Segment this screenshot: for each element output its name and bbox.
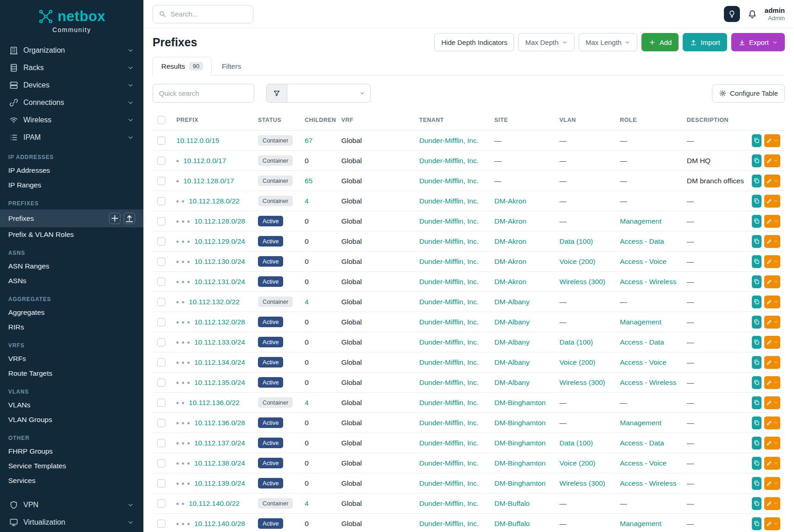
role-link[interactable]: Access - Voice: [620, 459, 667, 467]
row-checkbox[interactable]: [157, 399, 165, 407]
tenant-link[interactable]: Dunder-Mifflin, Inc.: [419, 157, 479, 165]
prefix-link[interactable]: 10.112.130.0/24: [194, 258, 245, 265]
edit-button[interactable]: [764, 417, 780, 429]
hide-depth-indicators-button[interactable]: Hide Depth Indicators: [434, 33, 514, 51]
tenant-link[interactable]: Dunder-Mifflin, Inc.: [419, 338, 479, 346]
vlan-link[interactable]: Data (100): [559, 439, 593, 447]
tab-filters[interactable]: Filters: [214, 58, 249, 75]
edit-button[interactable]: [764, 336, 780, 349]
row-checkbox[interactable]: [157, 439, 165, 447]
tenant-link[interactable]: Dunder-Mifflin, Inc.: [419, 217, 479, 225]
row-checkbox[interactable]: [157, 258, 165, 266]
edit-button[interactable]: [764, 154, 780, 167]
copy-button[interactable]: [752, 316, 761, 329]
search-input[interactable]: [170, 10, 247, 18]
sidebar-item-virtualization[interactable]: Virtualization: [0, 514, 143, 531]
prefix-link[interactable]: 10.112.136.0/22: [189, 399, 240, 406]
copy-button[interactable]: [752, 477, 761, 490]
site-link[interactable]: DM-Akron: [494, 237, 526, 245]
sidebar-item-wireless[interactable]: Wireless: [0, 111, 143, 129]
vlan-link[interactable]: Wireless (300): [559, 479, 605, 487]
row-checkbox[interactable]: [157, 358, 165, 367]
tenant-link[interactable]: Dunder-Mifflin, Inc.: [419, 137, 479, 144]
edit-button[interactable]: [764, 134, 780, 147]
prefix-link[interactable]: 10.112.129.0/24: [194, 237, 245, 245]
prefix-link[interactable]: 10.112.132.0/28: [194, 318, 245, 326]
row-checkbox[interactable]: [157, 298, 165, 306]
role-link[interactable]: Management: [620, 520, 661, 527]
row-checkbox[interactable]: [157, 419, 165, 427]
tab-results[interactable]: Results 90: [153, 57, 212, 76]
copy-button[interactable]: [752, 437, 761, 450]
site-link[interactable]: DM-Albany: [494, 298, 530, 306]
row-checkbox[interactable]: [157, 177, 165, 185]
site-link[interactable]: DM-Akron: [494, 217, 526, 225]
role-link[interactable]: Access - Voice: [620, 358, 667, 366]
user-menu[interactable]: admin Admin: [765, 6, 785, 22]
copy-button[interactable]: [752, 235, 761, 248]
tenant-link[interactable]: Dunder-Mifflin, Inc.: [419, 419, 479, 427]
tenant-link[interactable]: Dunder-Mifflin, Inc.: [419, 258, 479, 265]
children-link[interactable]: 4: [305, 499, 309, 507]
prefix-link[interactable]: 10.112.133.0/24: [194, 338, 245, 346]
edit-button[interactable]: [764, 215, 780, 228]
prefix-link[interactable]: 10.112.136.0/28: [194, 419, 245, 427]
row-checkbox[interactable]: [157, 197, 165, 205]
row-checkbox[interactable]: [157, 499, 165, 508]
tenant-link[interactable]: Dunder-Mifflin, Inc.: [419, 358, 479, 366]
vlan-link[interactable]: Wireless (300): [559, 278, 605, 285]
site-link[interactable]: DM-Akron: [494, 197, 526, 205]
role-link[interactable]: Access - Wireless: [620, 479, 676, 487]
role-link[interactable]: Access - Data: [620, 237, 664, 245]
edit-button[interactable]: [764, 457, 780, 470]
edit-button[interactable]: [764, 296, 780, 308]
site-link[interactable]: DM-Binghamton: [494, 399, 546, 406]
notifications-bell-icon[interactable]: [747, 9, 758, 20]
copy-button[interactable]: [752, 417, 761, 429]
sidebar-item-racks[interactable]: Racks: [0, 59, 143, 77]
prefix-link[interactable]: 10.112.0.0/15: [176, 137, 219, 144]
tenant-link[interactable]: Dunder-Mifflin, Inc.: [419, 459, 479, 467]
row-checkbox[interactable]: [157, 278, 165, 286]
sidebar-item-vrfs[interactable]: VRFs: [0, 351, 143, 366]
brand[interactable]: netbox Community: [0, 0, 143, 35]
edit-button[interactable]: [764, 235, 780, 248]
column-header-prefix[interactable]: PREFIX: [172, 110, 253, 131]
edit-button[interactable]: [764, 255, 780, 268]
tenant-link[interactable]: Dunder-Mifflin, Inc.: [419, 237, 479, 245]
prefix-link[interactable]: 10.112.0.0/17: [183, 157, 226, 165]
children-link[interactable]: 4: [305, 399, 309, 406]
copy-button[interactable]: [752, 457, 761, 470]
prefix-link[interactable]: 10.112.134.0/24: [194, 358, 245, 366]
tenant-link[interactable]: Dunder-Mifflin, Inc.: [419, 439, 479, 447]
tenant-link[interactable]: Dunder-Mifflin, Inc.: [419, 177, 479, 185]
edit-button[interactable]: [764, 497, 780, 510]
children-link[interactable]: 4: [305, 298, 309, 306]
select-all-checkbox[interactable]: [157, 116, 165, 124]
site-link[interactable]: DM-Binghamton: [494, 459, 546, 467]
edit-button[interactable]: [764, 376, 780, 389]
tenant-link[interactable]: Dunder-Mifflin, Inc.: [419, 278, 479, 285]
site-link[interactable]: DM-Albany: [494, 358, 530, 366]
prefix-link[interactable]: 10.112.135.0/24: [194, 378, 245, 386]
row-checkbox[interactable]: [157, 137, 165, 145]
copy-button[interactable]: [752, 154, 761, 167]
sidebar-item-connections[interactable]: Connections: [0, 94, 143, 111]
sidebar-item-aggregates[interactable]: Aggregates: [0, 305, 143, 320]
role-link[interactable]: Access - Wireless: [620, 378, 676, 386]
prefix-link[interactable]: 10.112.137.0/24: [194, 439, 245, 447]
sidebar-item-services[interactable]: Services: [0, 473, 143, 488]
export-button[interactable]: Export: [731, 33, 785, 51]
sidebar-item-ip-ranges[interactable]: IP Ranges: [0, 178, 143, 192]
configure-table-button[interactable]: Configure Table: [712, 84, 785, 103]
global-search[interactable]: [153, 5, 253, 23]
edit-button[interactable]: [764, 175, 780, 187]
copy-button[interactable]: [752, 215, 761, 228]
add-button[interactable]: Add: [641, 33, 679, 51]
copy-button[interactable]: [752, 356, 761, 369]
quick-search-input[interactable]: [153, 84, 254, 103]
children-link[interactable]: 4: [305, 197, 309, 205]
column-header-status[interactable]: STATUS: [253, 110, 300, 131]
copy-button[interactable]: [752, 175, 761, 187]
max-length-dropdown[interactable]: Max Length: [579, 33, 637, 51]
